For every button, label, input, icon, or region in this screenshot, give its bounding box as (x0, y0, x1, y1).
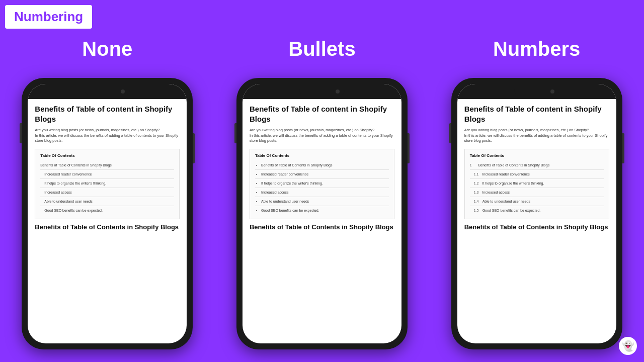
toc-title-none: Table Of Contents (40, 153, 174, 158)
notch-bullets (299, 87, 345, 96)
toc-item-bullets-2[interactable]: It helps to organize the writer's thinki… (255, 179, 389, 188)
toc-item-none-3[interactable]: Increased access (40, 188, 174, 197)
body-text-1: Are you writing blog posts (or news, jou… (35, 128, 145, 132)
phone-bullets: Benefits of Table of content in Shopify … (236, 78, 408, 349)
shopify-link-bullets[interactable]: Shopify (360, 128, 372, 132)
toc-item-numbers-3[interactable]: 1.3 Increased access (470, 188, 604, 197)
bottom-heading-numbers: Benefits of Table of Contents in Shopify… (464, 223, 609, 232)
notch-bar-none (28, 84, 187, 99)
article-title-none: Benefits of Table of content in Shopify … (35, 104, 180, 124)
toc-label-0: Benefits of Table of Contents in Shopify… (478, 163, 550, 167)
toc-label-2: It helps to organize the writer's thinki… (482, 181, 544, 186)
screen-content-numbers: Benefits of Table of content in Shopify … (457, 99, 616, 343)
toc-item-numbers-2[interactable]: 1.2 It helps to organize the writer's th… (470, 179, 604, 188)
toc-item-none-1[interactable]: Increased reader convenience (40, 170, 174, 179)
toc-item-bullets-3[interactable]: Increased access (255, 188, 389, 197)
bottom-heading-none: Benefits of Table of Contents in Shopify… (35, 223, 180, 232)
body-text-3b: In this article, we will discuss the ben… (250, 133, 393, 143)
shopify-link-numbers[interactable]: Shopify (575, 128, 587, 132)
col-label-bullets: Bullets (226, 38, 418, 60)
phone-bullets-screen: Benefits of Table of content in Shopify … (243, 84, 401, 343)
col-label-numbers: Numbers (441, 38, 632, 60)
toc-item-numbers-1[interactable]: 1.1 Increased reader convenience (470, 170, 604, 179)
body-text-1n: Are you writing blog posts (or news, jou… (464, 128, 575, 132)
toc-item-none-5[interactable]: Good SEO benefits can be expected. (40, 206, 174, 215)
header-badge-text: Numbering (14, 9, 83, 24)
column-labels: None Bullets Numbers (0, 38, 644, 60)
notch-dot-none (121, 89, 125, 94)
toc-label-5: Good SEO benefits can be expected. (482, 208, 541, 213)
article-title-numbers: Benefits of Table of content in Shopify … (464, 104, 609, 124)
phone-numbers: Benefits of Table of content in Shopify … (451, 78, 622, 349)
phone-none: Benefits of Table of content in Shopify … (22, 78, 193, 349)
toc-num-2: 1.2 (474, 181, 481, 186)
article-body-bullets: Are you writing blog posts (or news, jou… (250, 128, 394, 144)
toc-item-numbers-4[interactable]: 1.4 Able to understand user needs (470, 197, 604, 206)
screen-content-none: Benefits of Table of content in Shopify … (28, 99, 187, 343)
toc-title-bullets: Table Of Contents (255, 153, 389, 158)
body-text-3n: In this article, we will discuss the ben… (464, 133, 608, 143)
toc-num-5: 1.5 (474, 208, 481, 213)
toc-label-1: Increased reader convenience (482, 172, 530, 176)
toc-num-4: 1.4 (474, 199, 481, 204)
notch-numbers (514, 87, 559, 96)
toc-item-numbers-0[interactable]: 1 Benefits of Table of Contents in Shopi… (470, 161, 604, 170)
notch-none (85, 87, 130, 96)
ghost-logo: 👻 (619, 337, 637, 355)
bottom-heading-bullets: Benefits of Table of Contents in Shopify… (250, 223, 394, 232)
toc-item-none-2[interactable]: It helps to organize the writer's thinki… (40, 179, 174, 188)
phone-numbers-screen: Benefits of Table of content in Shopify … (457, 84, 616, 343)
notch-dot-numbers (550, 89, 554, 94)
article-title-bullets: Benefits of Table of content in Shopify … (250, 104, 394, 124)
phone-none-screen: Benefits of Table of content in Shopify … (28, 84, 187, 343)
screen-content-bullets: Benefits of Table of content in Shopify … (243, 99, 401, 343)
toc-label-4: Able to understand user needs (482, 199, 530, 204)
body-text-1b: Are you writing blog posts (or news, jou… (250, 128, 360, 132)
body-text-2: ? (157, 128, 159, 132)
toc-item-numbers-5[interactable]: 1.5 Good SEO benefits can be expected. (470, 206, 604, 215)
body-text-2b: ? (372, 128, 374, 132)
toc-num-0: 1 (470, 163, 477, 167)
toc-item-bullets-0[interactable]: Benefits of Table of Contents in Shopify… (255, 161, 389, 170)
toc-item-none-0[interactable]: Benefits of Table of Contents in Shopify… (40, 161, 174, 170)
toc-label-3: Increased access (482, 190, 510, 195)
body-text-2n: ? (587, 128, 589, 132)
toc-item-bullets-1[interactable]: Increased reader convenience (255, 170, 389, 179)
toc-box-bullets: Table Of Contents Benefits of Table of C… (250, 149, 394, 220)
header-badge: Numbering (5, 5, 92, 29)
toc-num-3: 1.3 (474, 190, 481, 195)
toc-item-bullets-4[interactable]: Able to understand user needs (255, 197, 389, 206)
toc-num-1: 1.1 (474, 172, 481, 176)
notch-bar-bullets (243, 84, 401, 99)
ghost-icon: 👻 (622, 340, 634, 352)
phones-row: Benefits of Table of content in Shopify … (0, 78, 644, 349)
notch-bar-numbers (457, 84, 616, 99)
col-label-none: None (12, 38, 203, 60)
toc-box-numbers: Table Of Contents 1 Benefits of Table of… (464, 149, 609, 220)
toc-item-none-4[interactable]: Able to understand user needs (40, 197, 174, 206)
toc-title-numbers: Table Of Contents (470, 153, 604, 158)
toc-item-bullets-5[interactable]: Good SEO benefits can be expected. (255, 206, 389, 215)
shopify-link-none[interactable]: Shopify (145, 128, 157, 132)
body-text-3: In this article, we will discuss the ben… (35, 133, 178, 143)
notch-dot-bullets (336, 89, 340, 94)
toc-box-none: Table Of Contents Benefits of Table of C… (35, 149, 180, 220)
article-body-none: Are you writing blog posts (or news, jou… (35, 128, 180, 144)
article-body-numbers: Are you writing blog posts (or news, jou… (464, 128, 609, 144)
